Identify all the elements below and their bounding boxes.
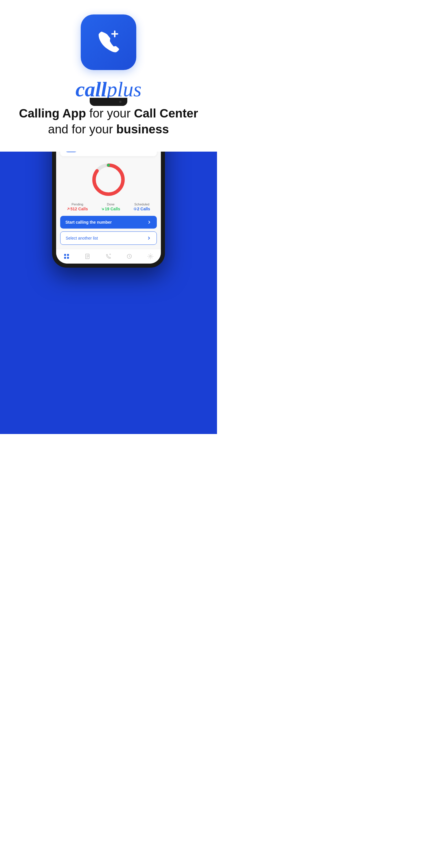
nav-calls[interactable] <box>102 252 115 261</box>
stat-done: Done 19 Calls <box>101 203 120 211</box>
chevron-right-icon <box>147 220 152 224</box>
nav-dashboard[interactable] <box>60 252 73 261</box>
calls-nav-icon <box>105 253 112 259</box>
phone-notch <box>90 98 127 106</box>
nav-history[interactable] <box>123 252 136 261</box>
svg-rect-22 <box>67 254 69 256</box>
svg-rect-21 <box>64 254 66 256</box>
tagline-part1: Calling App <box>19 106 86 120</box>
tagline-part2: for your <box>86 106 134 120</box>
camera-dot <box>119 101 122 103</box>
history-nav-icon <box>126 253 132 259</box>
chevron-right-blue-icon <box>147 236 151 241</box>
bottom-nav <box>56 249 161 264</box>
brand-logo: callplus <box>75 79 142 100</box>
scheduled-label: Scheduled <box>134 203 149 206</box>
pending-label: Pending <box>71 203 83 206</box>
svg-rect-23 <box>64 257 66 259</box>
svg-point-19 <box>107 164 110 167</box>
svg-rect-24 <box>67 257 69 259</box>
select-list-button[interactable]: Select another list <box>60 231 157 245</box>
tagline-part3: Call Center <box>134 106 198 120</box>
nav-settings[interactable] <box>144 252 157 261</box>
stat-pending: Pending 512 Calls <box>67 203 88 211</box>
pending-arrow-icon <box>67 208 70 210</box>
settings-nav-icon <box>147 253 154 259</box>
start-calling-button[interactable]: Start calling the number <box>60 216 157 228</box>
dashboard-nav-icon <box>63 253 70 259</box>
done-value: 19 Calls <box>101 207 120 211</box>
select-list-label: Select another list <box>66 236 98 241</box>
tagline-part4: and for your <box>48 122 116 136</box>
stat-scheduled: Scheduled 2 Calls <box>134 203 150 211</box>
pending-value: 512 Calls <box>67 207 88 211</box>
app-icon <box>81 14 136 70</box>
tagline: Calling App for your Call Center and for… <box>7 105 210 137</box>
svg-point-30 <box>150 255 151 257</box>
donut-chart-container <box>60 161 157 198</box>
contacts-nav-icon <box>85 253 91 259</box>
donut-chart <box>90 161 127 198</box>
stats-row: Pending 512 Calls Done 19 Calls <box>60 203 157 211</box>
scheduled-value: 2 Calls <box>134 207 150 211</box>
blue-section: 00:43 100 <box>0 152 217 434</box>
clock-icon <box>134 208 136 210</box>
brand-call: call <box>75 78 107 101</box>
nav-contacts[interactable] <box>81 252 94 261</box>
top-section: callplus Calling App for your Call Cente… <box>0 0 217 152</box>
done-arrow-icon <box>101 208 104 210</box>
brand-plus: plus <box>107 78 142 101</box>
tagline-part5: business <box>116 122 169 136</box>
start-calling-label: Start calling the number <box>65 220 112 224</box>
done-label: Done <box>107 203 115 206</box>
